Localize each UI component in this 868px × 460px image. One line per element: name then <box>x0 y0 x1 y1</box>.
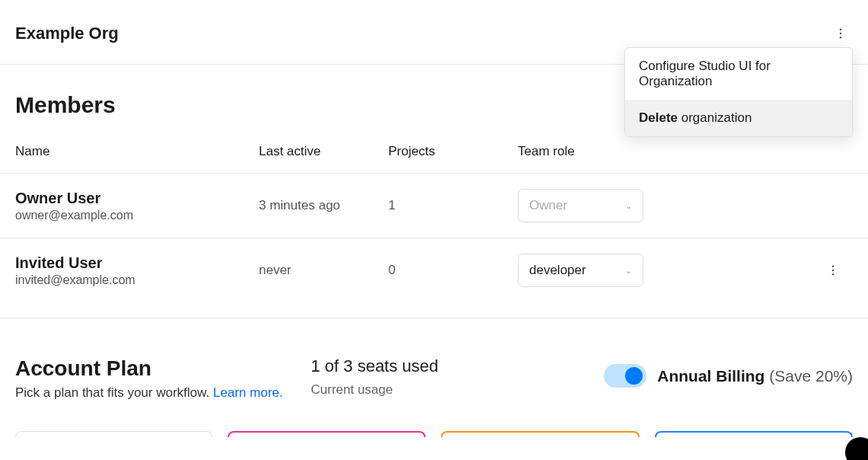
member-last-active: 3 minutes ago <box>259 198 388 213</box>
learn-more-link[interactable]: Learn more. <box>213 385 283 400</box>
members-table-head: Name Last active Projects Team role <box>0 144 868 173</box>
more-vertical-icon <box>826 264 840 277</box>
plan-card[interactable] <box>228 431 426 437</box>
billing-bold: Annual Billing <box>657 367 764 385</box>
org-title: Example Org <box>15 24 119 43</box>
delete-rest: organization <box>678 110 752 125</box>
menu-item-delete-org[interactable]: Delete organization <box>625 100 852 136</box>
role-value: Owner <box>529 198 567 213</box>
members-heading: Members <box>15 92 116 118</box>
role-value: developer <box>529 263 586 278</box>
member-name: Owner User <box>15 190 259 207</box>
table-row: Owner User owner@example.com 3 minutes a… <box>0 173 868 238</box>
member-last-active: never <box>259 263 388 278</box>
role-select-developer[interactable]: developer ⌄ <box>518 254 643 287</box>
org-more-button[interactable] <box>828 21 853 46</box>
svg-point-5 <box>832 273 834 276</box>
current-usage-label: Current usage <box>311 382 557 398</box>
member-name: Invited User <box>15 254 259 272</box>
billing-label: Annual Billing (Save 20%) <box>657 367 853 385</box>
annual-billing-toggle[interactable] <box>604 364 646 388</box>
col-projects-header: Projects <box>388 144 518 159</box>
col-name-header: Name <box>15 144 259 159</box>
role-select-owner: Owner ⌄ <box>518 189 643 222</box>
col-role-header: Team role <box>518 144 769 159</box>
svg-point-2 <box>840 37 842 39</box>
chevron-down-icon: ⌄ <box>625 266 632 276</box>
member-projects: 0 <box>388 263 518 278</box>
member-projects: 1 <box>388 198 518 213</box>
account-plan-sub: Pick a plan that fits your workflow. Lea… <box>15 385 311 401</box>
plan-cards-strip <box>0 401 868 437</box>
plan-card[interactable] <box>15 431 212 437</box>
member-more-button[interactable] <box>821 258 845 283</box>
floating-action-button[interactable] <box>845 437 868 460</box>
delete-bold: Delete <box>639 110 678 125</box>
plan-sub-text: Pick a plan that fits your workflow. <box>15 385 213 400</box>
svg-point-4 <box>832 270 834 272</box>
menu-item-configure-studio[interactable]: Configure Studio UI for Organization <box>625 48 852 100</box>
account-plan-heading: Account Plan <box>15 356 311 381</box>
plan-card[interactable] <box>441 431 640 437</box>
member-email: owner@example.com <box>15 209 259 222</box>
col-last-active-header: Last active <box>259 144 388 159</box>
svg-point-0 <box>840 28 842 30</box>
table-row: Invited User invited@example.com never 0… <box>0 238 868 302</box>
svg-point-3 <box>832 265 834 267</box>
svg-point-1 <box>840 33 842 35</box>
member-email: invited@example.com <box>15 273 259 287</box>
more-vertical-icon <box>834 27 847 40</box>
chevron-down-icon: ⌄ <box>625 201 632 211</box>
plan-card[interactable] <box>655 431 854 437</box>
seats-used: 1 of 3 seats used <box>311 356 557 376</box>
toggle-knob <box>625 367 643 385</box>
org-context-menu: Configure Studio UI for Organization Del… <box>624 47 853 137</box>
billing-save: (Save 20%) <box>764 367 853 385</box>
